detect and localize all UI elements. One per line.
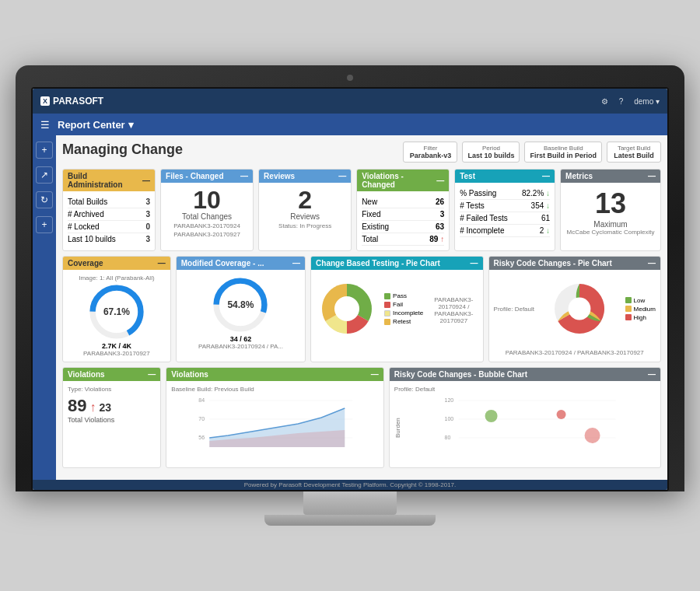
app: X PARASOFT ⚙ ? demo ▾ ☰ Report Center ▾ bbox=[33, 89, 667, 490]
widget-files-body: 10 Total Changes PARABANK3-20170924 PARA… bbox=[161, 183, 253, 243]
reviews-status: Status: In Progress bbox=[264, 222, 346, 229]
files-big-number: 10 bbox=[166, 187, 248, 212]
violations-total-label: Total Violations bbox=[68, 416, 156, 424]
modified-coverage-build: PARABANK3-20170924 / PA... bbox=[181, 343, 300, 350]
widget-risky-pie-body: Profile: Default bbox=[489, 270, 660, 348]
widget-risky-bubble: Risky Code Changes - Bubble Chart — Prof… bbox=[389, 367, 661, 468]
svg-text:100: 100 bbox=[444, 416, 453, 421]
legend-medium: Medium bbox=[625, 306, 656, 313]
viol-row-total: Total 89 ↑ bbox=[362, 233, 444, 246]
monitor-screen: X PARASOFT ⚙ ? demo ▾ ☰ Report Center ▾ bbox=[31, 87, 669, 491]
risky-bubble-chart: 120 100 80 bbox=[404, 393, 656, 463]
baseline-label: Baseline Build bbox=[530, 145, 597, 152]
risky-pie-profile: Profile: Default bbox=[494, 306, 534, 313]
viol-row-fixed: Fixed 3 bbox=[362, 208, 444, 221]
app-footer: Powered by Parasoft Development Testing … bbox=[33, 480, 667, 490]
risky-code-pie-chart bbox=[548, 278, 611, 340]
svg-text:56: 56 bbox=[199, 435, 205, 440]
widget-build-admin-body: Total Builds 3 # Archived 3 # Locked bbox=[63, 191, 155, 250]
svg-point-21 bbox=[556, 410, 565, 419]
metrics-sublabel: McCabe Cyclomatic Complexity bbox=[565, 229, 656, 236]
logo: X PARASOFT bbox=[40, 96, 103, 107]
widget-violations-changed: Violations - Changed — New 26 F bbox=[356, 169, 450, 251]
legend-dot-fail bbox=[384, 302, 390, 308]
violations-arrow: ↑ bbox=[89, 400, 96, 414]
stat-row-locked: # Locked 0 bbox=[68, 221, 150, 233]
svg-text:80: 80 bbox=[444, 435, 450, 440]
widget-reviews-header: Reviews — bbox=[259, 170, 351, 183]
page-title: Managing Change bbox=[62, 142, 183, 158]
widget-test: Test — % Passing 82.2% ↓ # Test bbox=[454, 169, 555, 251]
sidebar: + ↗ ↻ + bbox=[33, 135, 56, 480]
coverage-detail: 2.7K / 4K bbox=[68, 342, 166, 350]
widget-modified-coverage-body: 54.8% 34 / 62 PARABANK3-20170924 / PA... bbox=[177, 270, 305, 355]
filter-box-baseline[interactable]: Baseline Build First Build in Period bbox=[524, 142, 602, 163]
filter-panel: Filter Parabank-v3 Period Last 10 builds… bbox=[403, 142, 661, 163]
widget-metrics-header: Metrics — bbox=[561, 170, 660, 183]
widget-change-testing-header: Change Based Testing - Pie Chart — bbox=[311, 257, 482, 270]
widget-risky-code-pie: Risky Code Changes - Pie Chart — Profile… bbox=[488, 256, 661, 362]
files-build1: PARABANK3-20170924 bbox=[166, 222, 248, 229]
widget-risky-bubble-header: Risky Code Changes - Bubble Chart — bbox=[390, 368, 660, 381]
widget-violations-chart-header: Violations — bbox=[166, 368, 383, 381]
filter-box-target[interactable]: Target Build Latest Build bbox=[607, 142, 661, 163]
legend-high: High bbox=[625, 314, 656, 321]
sub-nav: ☰ Report Center ▾ bbox=[33, 114, 667, 135]
top-nav-right: ⚙ ? demo ▾ bbox=[601, 97, 660, 106]
monitor-camera bbox=[347, 75, 353, 81]
user-menu[interactable]: demo ▾ bbox=[634, 97, 660, 106]
widget-risky-bubble-body: Profile: Default Burden 120 100 bbox=[390, 381, 660, 467]
legend-low: Low bbox=[625, 297, 656, 304]
widget-change-testing-body: Pass Fail Incomplete bbox=[311, 270, 482, 348]
widget-files-header: Files - Changed — bbox=[161, 170, 253, 183]
svg-point-20 bbox=[485, 410, 497, 422]
widget-violations-bottom-body: Type: Violations 89 ↑ 23 Total Violation… bbox=[63, 381, 160, 428]
viol-row-existing: Existing 63 bbox=[362, 221, 444, 233]
metrics-big-number: 13 bbox=[565, 187, 656, 220]
sidebar-btn-add[interactable]: + bbox=[36, 216, 53, 233]
widget-files-changed: Files - Changed — 10 Total Changes PARAB… bbox=[160, 169, 254, 251]
svg-text:120: 120 bbox=[444, 397, 453, 403]
widget-reviews: Reviews — 2 Reviews Status: In Progress bbox=[258, 169, 352, 251]
logo-text: PARASOFT bbox=[53, 96, 103, 107]
svg-text:84: 84 bbox=[199, 397, 205, 403]
main-area: + ↗ ↻ + Managing Change Filter bbox=[33, 135, 667, 480]
widget-violations-chart-body: Baseline Build: Previous Build 84 70 56 bbox=[166, 381, 383, 460]
stat-row-last10: Last 10 builds 3 bbox=[68, 233, 150, 245]
widget-build-admin: Build Administration — Total Builds 3 bbox=[62, 169, 156, 251]
subnav-title: Report Center ▾ bbox=[58, 119, 134, 131]
widget-violations-bottom: Violations — Type: Violations 89 ↑ 23 bbox=[62, 367, 161, 468]
sidebar-btn-share[interactable]: ↗ bbox=[36, 166, 53, 184]
filter-box-period[interactable]: Period Last 10 builds bbox=[462, 142, 520, 163]
widget-coverage-body: Image: 1: All (Parabank-All) 67.1% 2 bbox=[63, 270, 170, 362]
sidebar-btn-expand[interactable]: + bbox=[36, 142, 53, 159]
widget-violations-header: Violations - Changed — bbox=[357, 170, 449, 191]
footer-text: Powered by Parasoft Development Testing … bbox=[244, 481, 457, 488]
legend-dot-pass bbox=[384, 293, 390, 299]
change-testing-legend: Pass Fail Incomplete bbox=[384, 292, 423, 325]
settings-icon[interactable]: ⚙ bbox=[601, 97, 608, 106]
baseline-value: First Build in Period bbox=[530, 152, 597, 159]
filter-box-filter[interactable]: Filter Parabank-v3 bbox=[403, 142, 457, 163]
widget-coverage: Coverage — Image: 1: All (Parabank-All) bbox=[62, 256, 171, 362]
monitor-frame: X PARASOFT ⚙ ? demo ▾ ☰ Report Center ▾ bbox=[16, 65, 684, 491]
widgets-row-1: Build Administration — Total Builds 3 bbox=[62, 169, 661, 251]
help-icon[interactable]: ? bbox=[619, 97, 624, 106]
svg-point-22 bbox=[584, 428, 600, 443]
monitor-wrapper: X PARASOFT ⚙ ? demo ▾ ☰ Report Center ▾ bbox=[16, 65, 684, 526]
widget-violations-bottom-header: Violations — bbox=[63, 368, 160, 381]
filter-label: Filter bbox=[408, 145, 452, 152]
widgets-row-2: Coverage — Image: 1: All (Parabank-All) bbox=[62, 256, 661, 362]
coverage-donut: 67.1% bbox=[89, 285, 144, 339]
period-label: Period bbox=[467, 145, 514, 152]
widget-build-admin-header: Build Administration — bbox=[63, 170, 155, 191]
files-big-label: Total Changes bbox=[166, 212, 248, 221]
viol-row-new: New 26 bbox=[362, 196, 444, 208]
risky-pie-build: PARABANK3-20170924 / PARABANK3-20170927 bbox=[489, 348, 660, 358]
violations-chart-subtitle: Baseline Build: Previous Build bbox=[171, 386, 379, 393]
sidebar-btn-refresh[interactable]: ↻ bbox=[36, 191, 53, 208]
monitor-stand-base bbox=[264, 515, 436, 526]
hamburger-icon[interactable]: ☰ bbox=[40, 119, 50, 131]
widget-test-body: % Passing 82.2% ↓ # Tests 354 ↓ # Failed… bbox=[455, 183, 555, 242]
widget-reviews-body: 2 Reviews Status: In Progress bbox=[259, 183, 351, 234]
